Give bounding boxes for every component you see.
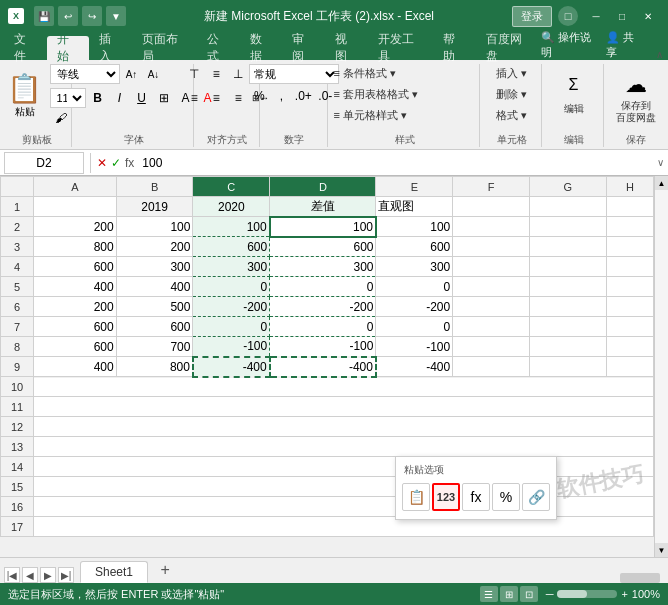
cell-a1[interactable] xyxy=(34,197,117,217)
tab-review[interactable]: 审阅 xyxy=(282,36,325,60)
table-format-btn[interactable]: ≡ 套用表格格式 ▾ xyxy=(330,85,423,104)
font-family-select[interactable]: 等线 宋体 黑体 xyxy=(50,64,120,84)
h-scroll-thumb[interactable] xyxy=(620,573,660,583)
col-header-a[interactable]: A xyxy=(34,177,117,197)
cell-g7[interactable] xyxy=(529,317,606,337)
cell-h1[interactable] xyxy=(606,197,653,217)
cell-b2[interactable]: 100 xyxy=(116,217,193,237)
align-right-btn[interactable]: ≡ xyxy=(228,88,248,108)
comma-btn[interactable]: , xyxy=(271,86,291,106)
cell-b8[interactable]: 700 xyxy=(116,337,193,357)
cell-c1[interactable]: 2020 xyxy=(193,197,270,217)
italic-btn[interactable]: I xyxy=(110,88,130,108)
format-cell-btn[interactable]: 格式 ▾ xyxy=(492,106,531,125)
paste-option-clipboard[interactable]: 📋 xyxy=(402,483,430,511)
confirm-formula-icon[interactable]: ✓ xyxy=(111,156,121,170)
cancel-formula-icon[interactable]: ✕ xyxy=(97,156,107,170)
vertical-scrollbar[interactable]: ▲ ▼ xyxy=(654,176,668,557)
cell-h8[interactable] xyxy=(606,337,653,357)
undo-title-btn[interactable]: ↩ xyxy=(58,6,78,26)
cell-f6[interactable] xyxy=(453,297,530,317)
cell-g1[interactable] xyxy=(529,197,606,217)
border-btn[interactable]: ⊞ xyxy=(154,88,174,108)
cell-d7[interactable]: 0 xyxy=(270,317,376,337)
underline-btn[interactable]: U xyxy=(132,88,152,108)
row-num-9[interactable]: 9 xyxy=(1,357,34,377)
col-header-c[interactable]: C xyxy=(193,177,270,197)
cell-b1[interactable]: 2019 xyxy=(116,197,193,217)
cell-h7[interactable] xyxy=(606,317,653,337)
row-num-16[interactable]: 16 xyxy=(1,497,34,517)
cell-e9[interactable]: -400 xyxy=(376,357,453,377)
cell-f1[interactable] xyxy=(453,197,530,217)
cell-c6[interactable]: -200 xyxy=(193,297,270,317)
cell-c8[interactable]: -100 xyxy=(193,337,270,357)
cell-b5[interactable]: 400 xyxy=(116,277,193,297)
sheet-nav-prev[interactable]: ◀ xyxy=(22,567,38,583)
autosum-btn[interactable]: Σ 编辑 xyxy=(549,64,599,119)
corner-header[interactable] xyxy=(1,177,34,197)
row-num-7[interactable]: 7 xyxy=(1,317,34,337)
formula-input[interactable] xyxy=(138,152,653,174)
col-header-f[interactable]: F xyxy=(453,177,530,197)
row-num-12[interactable]: 12 xyxy=(1,417,34,437)
cell-c7[interactable]: 0 xyxy=(193,317,270,337)
paste-option-formula[interactable]: fx xyxy=(462,483,490,511)
zoom-in-btn[interactable]: + xyxy=(621,588,627,600)
cell-g2[interactable] xyxy=(529,217,606,237)
insert-cell-btn[interactable]: 插入 ▾ xyxy=(492,64,531,83)
cell-g6[interactable] xyxy=(529,297,606,317)
title-controls[interactable]: 💾 ↩ ↪ ▼ xyxy=(34,6,126,26)
cell-c3[interactable]: 600 xyxy=(193,237,270,257)
add-sheet-btn[interactable]: + xyxy=(154,559,176,581)
insert-function-icon[interactable]: fx xyxy=(125,156,134,170)
cell-g5[interactable] xyxy=(529,277,606,297)
sheet-tab-sheet1[interactable]: Sheet1 xyxy=(80,561,148,583)
cell-h2[interactable] xyxy=(606,217,653,237)
page-layout-view-btn[interactable]: ⊞ xyxy=(500,586,518,602)
paste-option-percent[interactable]: % xyxy=(492,483,520,511)
cell-b9[interactable]: 800 xyxy=(116,357,193,377)
conditional-format-btn[interactable]: ≡ 条件格式 ▾ xyxy=(330,64,401,83)
align-center-btn[interactable]: ≡ xyxy=(206,88,226,108)
col-header-d[interactable]: D xyxy=(270,177,376,197)
cell-f3[interactable] xyxy=(453,237,530,257)
row-num-2[interactable]: 2 xyxy=(1,217,34,237)
row-num-10[interactable]: 10 xyxy=(1,377,34,397)
tab-data[interactable]: 数据 xyxy=(240,36,283,60)
cell-g8[interactable] xyxy=(529,337,606,357)
row-num-13[interactable]: 13 xyxy=(1,437,34,457)
cell-c9[interactable]: -400 xyxy=(193,357,270,377)
bold-btn[interactable]: B xyxy=(88,88,108,108)
cell-g4[interactable] xyxy=(529,257,606,277)
tab-help[interactable]: 帮助 xyxy=(433,36,476,60)
cell-b3[interactable]: 200 xyxy=(116,237,193,257)
cell-b4[interactable]: 300 xyxy=(116,257,193,277)
cell-h5[interactable] xyxy=(606,277,653,297)
col-header-h[interactable]: H xyxy=(606,177,653,197)
col-header-g[interactable]: G xyxy=(529,177,606,197)
percent-btn[interactable]: % xyxy=(249,86,269,106)
row-num-1[interactable]: 1 xyxy=(1,197,34,217)
login-button[interactable]: 登录 xyxy=(512,6,552,27)
save-title-btn[interactable]: 💾 xyxy=(34,6,54,26)
ribbon-collapse-btn[interactable]: ∧ xyxy=(651,49,668,60)
cell-f9[interactable] xyxy=(453,357,530,377)
delete-cell-btn[interactable]: 删除 ▾ xyxy=(492,85,531,104)
cell-f2[interactable] xyxy=(453,217,530,237)
cell-e2[interactable]: 100 xyxy=(376,217,453,237)
cell-h3[interactable] xyxy=(606,237,653,257)
sheet-nav-last[interactable]: ▶| xyxy=(58,567,74,583)
row-num-8[interactable]: 8 xyxy=(1,337,34,357)
cell-a2[interactable]: 200 xyxy=(34,217,117,237)
zoom-slider[interactable] xyxy=(557,590,617,598)
cell-f8[interactable] xyxy=(453,337,530,357)
cell-e3[interactable]: 600 xyxy=(376,237,453,257)
formula-expand-btn[interactable]: ∨ xyxy=(657,157,664,168)
font-size-down-btn[interactable]: A↓ xyxy=(144,64,164,84)
cell-style-btn[interactable]: ≡ 单元格样式 ▾ xyxy=(330,106,412,125)
cell-a5[interactable]: 400 xyxy=(34,277,117,297)
cell-h6[interactable] xyxy=(606,297,653,317)
cell-a8[interactable]: 600 xyxy=(34,337,117,357)
tab-file[interactable]: 文件 xyxy=(4,36,47,60)
